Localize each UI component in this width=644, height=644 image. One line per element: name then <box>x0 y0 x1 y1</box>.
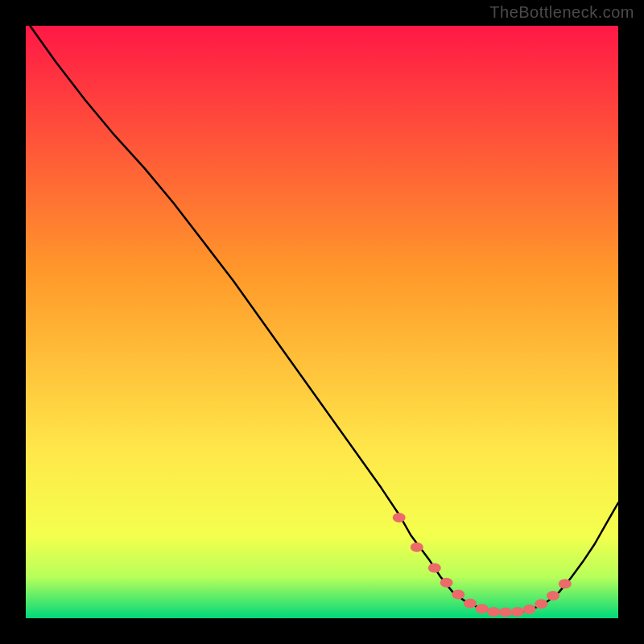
bottleneck-curve <box>26 20 618 613</box>
marker-group <box>393 513 572 617</box>
trough-marker <box>523 605 536 614</box>
trough-marker <box>393 513 406 522</box>
trough-marker <box>511 607 524 617</box>
trough-marker <box>499 608 512 617</box>
trough-marker <box>440 578 453 588</box>
trough-marker <box>464 599 477 609</box>
chart-overlay <box>26 26 618 618</box>
trough-marker <box>452 590 464 600</box>
chart-root: TheBottleneck.com <box>0 0 644 644</box>
trough-marker <box>476 604 489 613</box>
trough-marker <box>487 607 500 617</box>
watermark-text: TheBottleneck.com <box>489 3 634 22</box>
trough-marker <box>535 599 547 609</box>
trough-marker <box>547 591 559 601</box>
trough-marker <box>411 543 423 552</box>
trough-marker <box>428 563 441 572</box>
trough-marker <box>559 579 572 588</box>
